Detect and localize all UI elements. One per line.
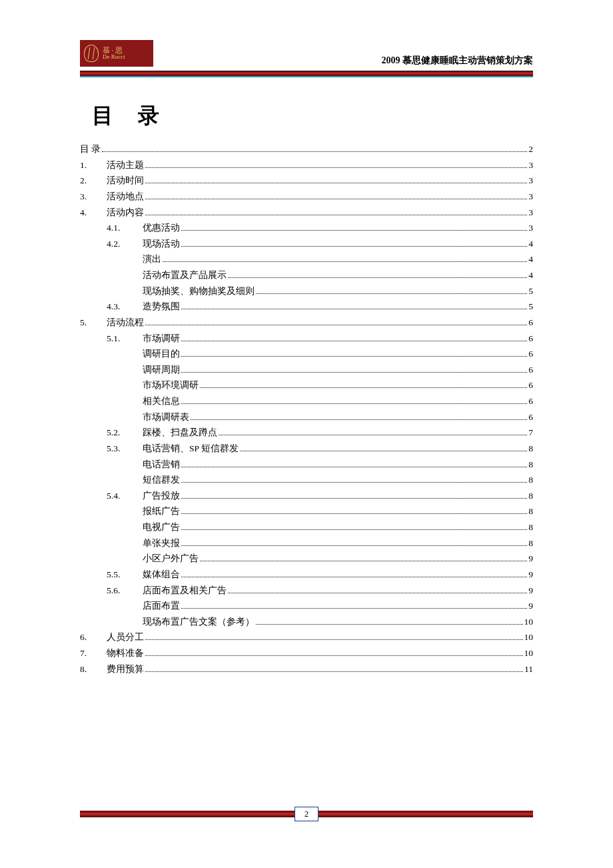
- toc-entry[interactable]: 短信群发8: [80, 472, 533, 488]
- toc-entry-number: 5.2.: [107, 425, 143, 441]
- toc-leader-dots: [191, 419, 527, 420]
- toc-entry[interactable]: 5.活动流程6: [80, 315, 533, 331]
- toc-entry-label: 电视广告: [143, 519, 180, 535]
- toc-leader-dots: [102, 151, 527, 152]
- toc-entry[interactable]: 目 录2: [80, 141, 533, 157]
- toc-entry-label: 小区户外广告: [143, 551, 199, 567]
- toc-entry-page: 3: [528, 157, 533, 173]
- toc-entry-page: 4: [528, 267, 533, 283]
- toc-entry-number: 5.: [80, 315, 107, 331]
- toc-entry-label: 活动内容: [107, 205, 144, 221]
- toc-entry-number: 7.: [80, 645, 107, 661]
- toc-entry-page: 8: [528, 488, 533, 504]
- toc-entry-number: 1.: [80, 157, 107, 173]
- toc-entry[interactable]: 电视广告8: [80, 519, 533, 535]
- toc-leader-dots: [200, 387, 527, 388]
- toc-entry-page: 3: [528, 189, 533, 205]
- header-rule: [80, 71, 533, 77]
- toc-entry[interactable]: 7.物料准备10: [80, 645, 533, 661]
- toc-leader-dots: [145, 199, 527, 199]
- toc-entry[interactable]: 调研周期6: [80, 362, 533, 378]
- toc-entry[interactable]: 5.3.电话营销、SP 短信群发8: [80, 441, 533, 457]
- toc-entry[interactable]: 相关信息6: [80, 393, 533, 409]
- toc-entry-label: 活动布置及产品展示: [143, 267, 227, 283]
- footer-rule-right: [318, 811, 533, 817]
- toc-entry[interactable]: 单张夹报8: [80, 535, 533, 551]
- toc-entry-page: 4: [528, 251, 533, 267]
- toc-leader-dots: [181, 482, 527, 483]
- toc-entry[interactable]: 4.3.造势氛围5: [80, 299, 533, 315]
- toc-entry-label: 现场抽奖、购物抽奖及细则: [143, 283, 255, 299]
- toc-entry[interactable]: 6.人员分工10: [80, 629, 533, 645]
- toc-leader-dots: [228, 593, 527, 593]
- toc-entry[interactable]: 店面布置9: [80, 598, 533, 614]
- toc-entry-page: 10: [524, 645, 534, 661]
- toc-entry-number: 4.: [80, 205, 107, 221]
- toc-entry[interactable]: 1.活动主题3: [80, 157, 533, 173]
- toc-entry-page: 9: [528, 583, 533, 599]
- toc-entry[interactable]: 4.2.现场活动4: [80, 236, 533, 252]
- toc-entry-page: 9: [528, 598, 533, 614]
- toc-entry-label: 现场活动: [143, 236, 180, 252]
- toc-entry[interactable]: 市场环境调研6: [80, 377, 533, 393]
- brand-line2: De Rucci: [103, 54, 125, 60]
- brand-text: 慕 · 思 De Rucci: [103, 47, 125, 60]
- toc-leader-dots: [200, 561, 527, 561]
- toc-entry[interactable]: 5.1.市场调研6: [80, 331, 533, 347]
- toc-leader-dots: [145, 215, 527, 215]
- toc-entry-page: 8: [528, 519, 533, 535]
- toc-entry[interactable]: 5.4.广告投放8: [80, 488, 533, 504]
- toc-entry[interactable]: 报纸广告8: [80, 503, 533, 519]
- footer: 2: [80, 807, 533, 821]
- toc-entry[interactable]: 5.2.踩楼、扫盘及蹲点7: [80, 425, 533, 441]
- toc-entry[interactable]: 2.活动时间3: [80, 173, 533, 189]
- toc-entry-label: 单张夹报: [143, 535, 180, 551]
- toc-entry-label: 店面布置: [143, 598, 180, 614]
- toc-entry-label: 市场环境调研: [143, 377, 199, 393]
- toc-entry-page: 6: [528, 409, 533, 425]
- toc-entry[interactable]: 现场布置广告文案（参考）10: [80, 614, 533, 630]
- toc-entry-page: 3: [528, 205, 533, 221]
- toc-entry[interactable]: 4.1.优惠活动3: [80, 220, 533, 236]
- toc-leader-dots: [181, 372, 527, 373]
- toc-entry-number: 5.6.: [107, 583, 143, 599]
- toc-entry[interactable]: 市场调研表6: [80, 409, 533, 425]
- toc-entry[interactable]: 3.活动地点3: [80, 189, 533, 205]
- toc-entry-page: 9: [528, 567, 533, 583]
- toc-entry-number: 4.1.: [107, 220, 143, 236]
- toc-leader-dots: [145, 671, 523, 672]
- toc-entry-page: 3: [528, 220, 533, 236]
- toc-leader-dots: [228, 277, 527, 278]
- toc-leader-dots: [181, 230, 527, 231]
- toc-entry-label: 优惠活动: [143, 220, 180, 236]
- toc-entry[interactable]: 5.5.媒体组合9: [80, 567, 533, 583]
- toc-entry[interactable]: 小区户外广告9: [80, 551, 533, 567]
- toc-entry[interactable]: 演出4: [80, 251, 533, 267]
- toc-entry-page: 6: [528, 346, 533, 362]
- toc-entry-label: 踩楼、扫盘及蹲点: [143, 425, 217, 441]
- toc-entry[interactable]: 调研目的6: [80, 346, 533, 362]
- toc-entry[interactable]: 电话营销8: [80, 457, 533, 473]
- toc-entry[interactable]: 8.费用预算11: [80, 661, 533, 677]
- toc-leader-dots: [181, 467, 527, 467]
- toc-entry[interactable]: 4.活动内容3: [80, 205, 533, 221]
- toc-leader-dots: [145, 325, 527, 325]
- toc-entry-label: 费用预算: [107, 661, 144, 677]
- toc-leader-dots: [181, 498, 527, 499]
- toc-entry[interactable]: 5.6.店面布置及相关广告9: [80, 583, 533, 599]
- page-header: 慕 · 思 De Rucci 2009 慕思健康睡眠主动营销策划方案: [80, 40, 533, 67]
- toc-entry-label: 人员分工: [107, 629, 144, 645]
- toc-leader-dots: [181, 341, 527, 341]
- toc-entry-label: 演出: [143, 251, 161, 267]
- toc-entry-label: 调研周期: [143, 362, 180, 378]
- toc-entry[interactable]: 现场抽奖、购物抽奖及细则5: [80, 283, 533, 299]
- toc-entry[interactable]: 活动布置及产品展示4: [80, 267, 533, 283]
- toc-leader-dots: [181, 403, 527, 404]
- toc-leader-dots: [181, 529, 527, 530]
- toc-entry-label: 物料准备: [107, 645, 144, 661]
- toc-entry-number: 5.3.: [107, 441, 143, 457]
- toc-entry-number: 4.3.: [107, 299, 143, 315]
- toc-entry-page: 6: [528, 362, 533, 378]
- toc-entry-page: 6: [528, 377, 533, 393]
- toc-entry-page: 3: [528, 173, 533, 189]
